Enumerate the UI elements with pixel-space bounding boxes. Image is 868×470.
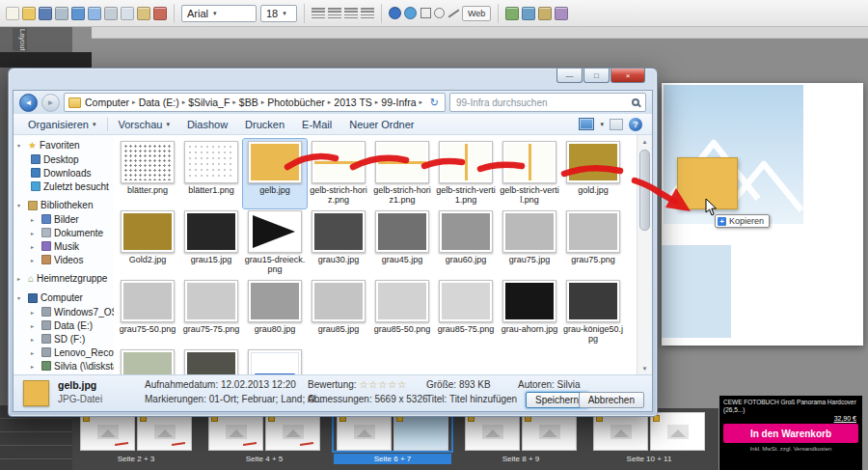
file-item[interactable]: [179, 347, 243, 374]
file-item[interactable]: PSD: [243, 347, 307, 374]
font-family-select[interactable]: Arial ▾: [181, 5, 257, 22]
details-title[interactable]: Titel: Titel hinzufügen: [426, 394, 517, 404]
file-item-grau85.jpg[interactable]: grau85.jpg: [307, 278, 370, 347]
align-left-icon[interactable]: [312, 8, 325, 18]
file-item-gelb-strich-horiz.png[interactable]: gelb-strich-horiz.png: [307, 139, 370, 208]
toolbar-button-vorschau[interactable]: Vorschau▾: [110, 114, 178, 134]
cancel-button[interactable]: Abbrechen: [579, 392, 644, 408]
toolbar-button-drucken[interactable]: Drucken: [236, 114, 293, 134]
filmstrip-spread[interactable]: Seite 8 + 9: [462, 412, 580, 464]
breadcrumb-item[interactable]: Photobücher: [265, 97, 327, 108]
minimize-button[interactable]: —: [556, 69, 583, 83]
sidebar-item-lenovo-recovery-[interactable]: ▸Lenovo_Recovery (: [17, 346, 114, 359]
file-item-grau60.jpg[interactable]: grau60.jpg: [434, 208, 498, 278]
save-icon[interactable]: [39, 7, 52, 20]
copy-icon[interactable]: [121, 7, 134, 20]
undo-icon[interactable]: [71, 7, 85, 20]
sidebar-group-bibliotheken[interactable]: ▾Bibliotheken: [17, 198, 114, 212]
file-item[interactable]: [116, 347, 179, 374]
file-item-grau85-75.png[interactable]: grau85-75.png: [434, 278, 498, 347]
file-item-Gold2.jpg[interactable]: Gold2.jpg: [116, 208, 179, 278]
search-input[interactable]: [456, 97, 628, 108]
toolbar-button-diashow[interactable]: Diashow: [178, 114, 236, 134]
toolbar-button-e-mail[interactable]: E-Mail: [293, 114, 340, 134]
clipart-icon[interactable]: [555, 7, 568, 20]
collapsed-panel-bar[interactable]: [0, 52, 92, 68]
sidebar-item-zuletzt-besucht[interactable]: Zuletzt besucht: [17, 180, 114, 193]
breadcrumb-item[interactable]: $BB: [237, 97, 260, 108]
sidebar-item-silvia-diskstation[interactable]: ▸Silvia (\\diskstation: [17, 359, 114, 373]
breadcrumb-item[interactable]: 2013 TS: [332, 97, 374, 108]
file-item-gelb-strich-verti1.png[interactable]: gelb-strich-verti1.png: [434, 139, 498, 208]
toolbar-button-neuer-ordner[interactable]: Neuer Ordner: [340, 114, 422, 134]
breadcrumb[interactable]: Computer▸Data (E:)▸$Silvia_F▸$BB▸Photobü…: [64, 93, 446, 112]
font-size-select[interactable]: 18 ▾: [260, 5, 297, 22]
layout-tab[interactable]: Layout: [13, 28, 27, 51]
table-icon[interactable]: [505, 7, 519, 20]
print-icon[interactable]: [55, 7, 68, 20]
cut-icon[interactable]: [104, 7, 118, 20]
delete-icon[interactable]: [153, 7, 167, 20]
file-item-grau75-75.png[interactable]: grau75-75.png: [179, 278, 243, 347]
file-item-gelb-strich-horiz1.png[interactable]: gelb-strich-horiz1.png: [370, 139, 434, 208]
new-document-icon[interactable]: [6, 7, 19, 20]
file-item-blätter.png[interactable]: blätter.png: [116, 139, 179, 208]
scroll-down-icon[interactable]: ▼: [642, 362, 648, 374]
file-item-grau15-dreieck.png[interactable]: grau15-dreieck.png: [243, 208, 307, 278]
rectangle-shape-icon[interactable]: [420, 8, 431, 18]
web-mode-button[interactable]: Web: [462, 6, 491, 21]
change-view-icon[interactable]: [579, 118, 594, 130]
details-rating[interactable]: Bewertung: ☆☆☆☆☆: [308, 379, 407, 390]
paste-icon[interactable]: [137, 7, 150, 20]
file-item-gold.jpg[interactable]: gold.jpg: [561, 139, 625, 208]
align-center-icon[interactable]: [328, 8, 341, 18]
align-right-icon[interactable]: [344, 8, 358, 18]
file-item-gelb.jpg[interactable]: gelb.jpg: [243, 139, 307, 208]
sidebar-item-dokumente[interactable]: ▸Dokumente: [17, 226, 114, 239]
file-item-gelb-strich-vertil.png[interactable]: gelb-strich-vertil.png: [498, 139, 561, 208]
expander-icon[interactable]: ▾: [17, 294, 25, 301]
file-item-grau30.jpg[interactable]: grau30.jpg: [307, 208, 370, 278]
file-item-grau80.jpg[interactable]: grau80.jpg: [243, 278, 307, 347]
details-tags[interactable]: Markierungen: 01-Ort; Februar; Land; O..…: [145, 394, 323, 404]
breadcrumb-item[interactable]: Computer: [83, 97, 131, 108]
back-button[interactable]: ◄: [19, 94, 38, 112]
sidebar-item-sd-f-[interactable]: ▸SD (F:): [17, 332, 114, 346]
sidebar-item-downloads[interactable]: Downloads: [17, 166, 114, 180]
sidebar-item-videos[interactable]: ▸Videos: [17, 253, 114, 266]
sidebar-group-favoriten[interactable]: ▾★Favoriten: [17, 138, 114, 152]
align-justify-icon[interactable]: [361, 8, 374, 18]
scrollbar-thumb[interactable]: [639, 150, 650, 231]
sidebar-item-bilder[interactable]: ▸Bilder: [17, 212, 114, 226]
scrollbar[interactable]: ▲ ▼: [637, 135, 652, 374]
breadcrumb-item[interactable]: $Silvia_F: [186, 97, 231, 108]
file-item-grau75.jpg[interactable]: grau75.jpg: [498, 208, 561, 278]
help-icon[interactable]: ?: [629, 118, 642, 131]
preview-pane-icon[interactable]: [610, 119, 623, 130]
filmstrip-spread[interactable]: Seite 2 + 3: [77, 412, 195, 464]
file-item-blätter1.png[interactable]: blätter1.png: [179, 139, 243, 208]
filmstrip-spread[interactable]: Seite 6 + 7: [334, 412, 451, 464]
text-box-icon[interactable]: [538, 7, 552, 20]
maximize-button[interactable]: □: [583, 69, 610, 83]
sidebar-item-desktop[interactable]: Desktop: [17, 152, 114, 166]
expander-icon[interactable]: ▾: [17, 142, 25, 149]
expander-icon[interactable]: ▾: [17, 202, 25, 208]
file-item-grau-könige50.jpg[interactable]: grau-könige50.jpg: [561, 278, 625, 347]
open-folder-icon[interactable]: [22, 7, 36, 20]
globe-icon[interactable]: [389, 7, 401, 19]
filmstrip-spread[interactable]: Seite 10 + 11: [590, 412, 708, 464]
add-to-cart-button[interactable]: In den Warenkorb: [723, 424, 858, 443]
forward-button[interactable]: ►: [41, 94, 60, 112]
file-item-grau45.jpg[interactable]: grau45.jpg: [370, 208, 434, 278]
rating-stars-icon[interactable]: ☆☆☆☆☆: [359, 379, 407, 390]
info-icon[interactable]: [404, 7, 417, 19]
file-item-grau75-50.png[interactable]: grau75-50.png: [116, 278, 179, 347]
sidebar-group-heimnetzgruppe[interactable]: ▸⌂Heimnetzgruppe: [17, 271, 114, 286]
scroll-up-icon[interactable]: ▲: [642, 135, 648, 148]
filmstrip-spread[interactable]: Seite 4 + 5: [205, 412, 323, 464]
file-item-grau75.png[interactable]: grau75.png: [561, 208, 625, 278]
search-box[interactable]: [449, 93, 646, 112]
sidebar-item-windows7-os-c-[interactable]: ▸Windows7_OS (C:): [17, 305, 114, 318]
breadcrumb-item[interactable]: Data (E:): [137, 97, 181, 108]
